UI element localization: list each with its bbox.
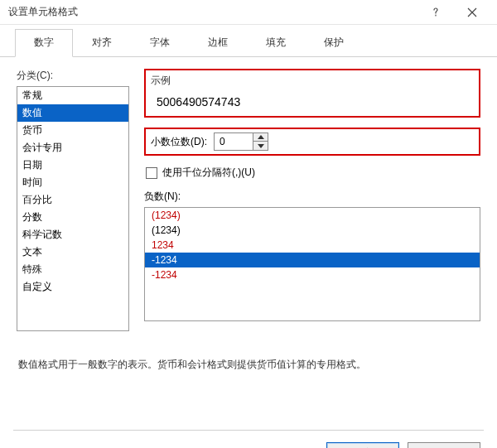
titlebar: 设置单元格格式: [0, 0, 497, 25]
tab-bar: 数字 对齐 字体 边框 填充 保护: [0, 25, 497, 57]
decimals-label: 小数位数(D):: [151, 135, 207, 149]
category-item[interactable]: 分数: [17, 209, 128, 226]
category-item[interactable]: 时间: [17, 174, 128, 191]
negative-item[interactable]: -1234: [145, 267, 480, 282]
negative-group: 负数(N): (1234) (1234) 1234 -1234 -1234: [144, 190, 480, 321]
sample-value: 5006490574743: [151, 91, 474, 113]
category-listbox[interactable]: 常规 数值 货币 会计专用 日期 时间 百分比 分数 科学记数 文本 特殊 自定…: [17, 86, 129, 331]
sample-highlight: 示例 5006490574743: [144, 69, 480, 118]
close-icon: [467, 7, 477, 17]
tab-number[interactable]: 数字: [15, 29, 73, 57]
thousands-label: 使用千位分隔符(,)(U): [162, 166, 255, 180]
tab-fill[interactable]: 填充: [247, 29, 305, 57]
chevron-down-icon: [258, 144, 264, 148]
spinner-up[interactable]: [253, 133, 268, 142]
negative-item[interactable]: -1234: [145, 253, 480, 267]
right-pane: 示例 5006490574743 小数位数(D): 使用千位分隔符(,)(U) …: [129, 69, 480, 331]
ok-button[interactable]: 确定: [326, 442, 399, 448]
left-pane: 分类(C): 常规 数值 货币 会计专用 日期 时间 百分比 分数 科学记数 文…: [17, 69, 129, 331]
footer: 确定 取消: [0, 431, 497, 448]
tab-border[interactable]: 边框: [189, 29, 247, 57]
negative-listbox[interactable]: (1234) (1234) 1234 -1234 -1234: [144, 207, 480, 321]
cancel-button[interactable]: 取消: [408, 442, 480, 448]
thousands-checkbox[interactable]: [146, 167, 157, 179]
tab-align[interactable]: 对齐: [73, 29, 131, 57]
tab-protect[interactable]: 保护: [305, 29, 363, 57]
thousands-row: 使用千位分隔符(,)(U): [146, 166, 480, 180]
decimals-spinner[interactable]: [214, 132, 268, 151]
negative-item[interactable]: (1234): [145, 223, 480, 238]
help-button[interactable]: [417, 1, 454, 24]
category-item[interactable]: 日期: [17, 157, 128, 174]
category-item[interactable]: 常规: [17, 87, 128, 104]
category-item[interactable]: 自定义: [17, 278, 128, 296]
spinner-buttons: [253, 133, 268, 150]
category-item[interactable]: 会计专用: [17, 139, 128, 157]
sample-label: 示例: [151, 74, 474, 88]
negative-item[interactable]: (1234): [145, 208, 480, 223]
decimals-row: 小数位数(D):: [151, 132, 474, 151]
tab-font[interactable]: 字体: [131, 29, 189, 57]
negative-label: 负数(N):: [144, 190, 480, 204]
category-item[interactable]: 科学记数: [17, 226, 128, 243]
format-description: 数值格式用于一般数字的表示。货币和会计格式则提供货币值计算的专用格式。: [0, 358, 497, 372]
category-label: 分类(C):: [17, 69, 129, 83]
decimals-input[interactable]: [215, 133, 253, 150]
chevron-up-icon: [258, 135, 264, 139]
category-item[interactable]: 货币: [17, 122, 128, 139]
negative-item[interactable]: 1234: [145, 238, 480, 253]
dialog-body: 分类(C): 常规 数值 货币 会计专用 日期 时间 百分比 分数 科学记数 文…: [0, 57, 497, 331]
category-item[interactable]: 数值: [17, 104, 128, 122]
help-icon: [431, 7, 441, 17]
category-item[interactable]: 文本: [17, 243, 128, 261]
spinner-down[interactable]: [253, 142, 268, 150]
category-item[interactable]: 特殊: [17, 261, 128, 278]
decimals-highlight: 小数位数(D):: [144, 128, 480, 156]
close-button[interactable]: [454, 1, 490, 24]
window-title: 设置单元格格式: [8, 5, 417, 19]
category-item[interactable]: 百分比: [17, 191, 128, 209]
